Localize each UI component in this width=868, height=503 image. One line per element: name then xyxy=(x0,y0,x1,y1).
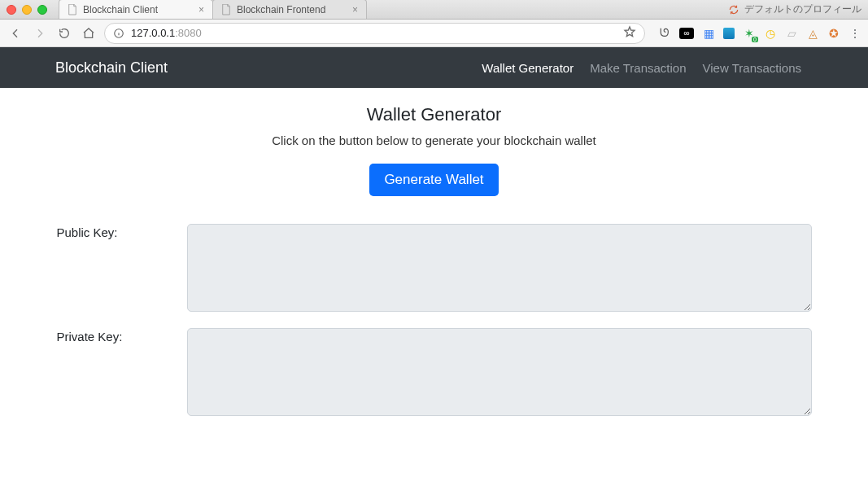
site-info-icon[interactable] xyxy=(113,28,124,39)
profile-area[interactable]: デフォルトのプロフィール xyxy=(728,2,861,16)
generate-wallet-button[interactable]: Generate Wallet xyxy=(369,164,498,196)
private-key-row: Private Key: xyxy=(57,328,812,416)
nav-link-view-transactions[interactable]: View Transactions xyxy=(703,61,801,75)
address-bar[interactable]: 127.0.0.1:8080 xyxy=(104,23,645,44)
profile-label: デフォルトのプロフィール xyxy=(744,2,861,16)
extension-icon[interactable]: ◬ xyxy=(806,27,819,40)
extension-icon[interactable]: ▦ xyxy=(702,27,715,40)
public-key-textarea[interactable] xyxy=(187,224,812,312)
public-key-label: Public Key: xyxy=(57,224,187,312)
close-tab-icon[interactable]: × xyxy=(198,4,204,15)
private-key-label: Private Key: xyxy=(57,328,187,416)
file-icon xyxy=(68,4,77,15)
nav-link-wallet-generator[interactable]: Wallet Generator xyxy=(482,61,574,75)
svg-marker-3 xyxy=(625,27,635,37)
tab-blockchain-client[interactable]: Blockchain Client × xyxy=(59,0,213,19)
tab-title: Blockchain Client xyxy=(83,4,158,15)
close-tab-icon[interactable]: × xyxy=(352,4,358,15)
navbar-brand[interactable]: Blockchain Client xyxy=(55,59,168,77)
extensions-row: ᘎ ∞ ▦ ✶0 ◷ ▱ ◬ ✪ ⋮ xyxy=(658,27,861,40)
generate-button-row: Generate Wallet xyxy=(57,164,812,196)
file-icon xyxy=(221,4,231,15)
main-container: Wallet Generator Click on the button bel… xyxy=(28,88,841,416)
forward-button[interactable] xyxy=(31,24,49,42)
close-window-button[interactable] xyxy=(7,5,16,15)
extension-icon[interactable]: ∞ xyxy=(679,28,694,39)
private-key-textarea[interactable] xyxy=(187,328,812,416)
tab-title: Blockchain Frontend xyxy=(237,4,325,15)
url-port: :8080 xyxy=(175,27,202,39)
browser-menu-icon[interactable]: ⋮ xyxy=(848,27,861,40)
url-host: 127.0.0.1 xyxy=(131,27,175,39)
url-text: 127.0.0.1:8080 xyxy=(131,27,202,39)
browser-toolbar: 127.0.0.1:8080 ᘎ ∞ ▦ ✶0 ◷ ▱ ◬ ✪ ⋮ xyxy=(0,20,868,47)
public-key-row: Public Key: xyxy=(57,224,812,312)
extension-icon[interactable] xyxy=(723,28,735,39)
bookmark-star-icon[interactable] xyxy=(623,25,636,41)
minimize-window-button[interactable] xyxy=(22,5,32,15)
navbar-nav: Wallet Generator Make Transaction View T… xyxy=(482,61,801,75)
extension-icon[interactable]: ✶0 xyxy=(743,27,756,40)
browser-tabs: Blockchain Client × Blockchain Frontend … xyxy=(59,0,366,19)
page-subtitle: Click on the button below to generate yo… xyxy=(57,133,812,147)
extension-icon[interactable]: ▱ xyxy=(785,27,798,40)
reload-button[interactable] xyxy=(55,24,73,42)
app-navbar: Blockchain Client Wallet Generator Make … xyxy=(0,47,868,88)
window-titlebar: Blockchain Client × Blockchain Frontend … xyxy=(0,0,868,20)
back-button[interactable] xyxy=(7,24,24,42)
home-button[interactable] xyxy=(80,24,98,42)
nav-link-make-transaction[interactable]: Make Transaction xyxy=(590,61,686,75)
extension-icon[interactable]: ᘎ xyxy=(658,27,671,40)
extension-icon[interactable]: ◷ xyxy=(764,27,777,40)
extension-icon[interactable]: ✪ xyxy=(827,27,840,40)
tab-blockchain-frontend[interactable]: Blockchain Frontend × xyxy=(212,0,367,19)
zoom-window-button[interactable] xyxy=(37,5,47,15)
profile-sync-icon xyxy=(728,4,739,15)
window-controls xyxy=(7,5,47,15)
page-title: Wallet Generator xyxy=(57,104,812,125)
